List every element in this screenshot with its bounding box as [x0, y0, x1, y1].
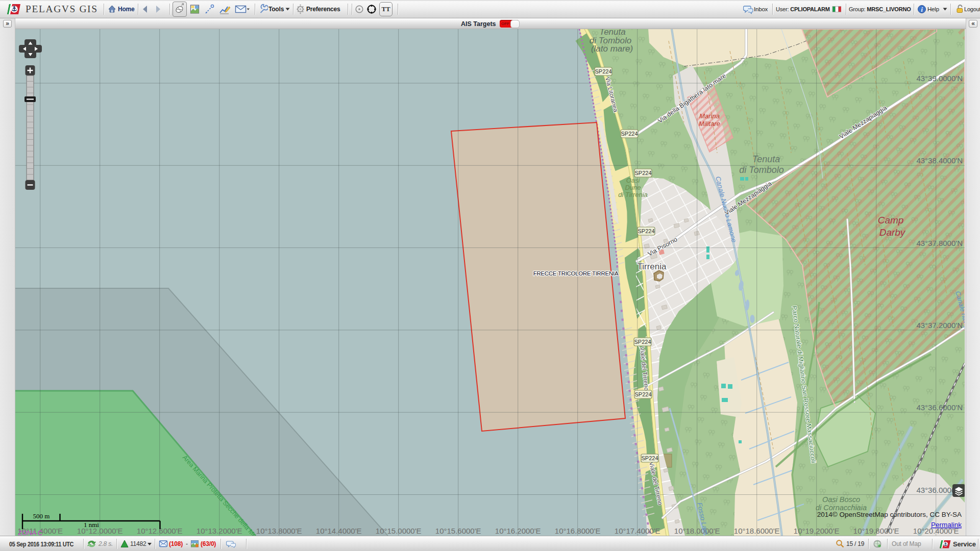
- svg-text:Oasi Bosco: Oasi Bosco: [822, 495, 860, 504]
- svg-text:SP224: SP224: [641, 455, 658, 461]
- svg-text:SP224: SP224: [638, 228, 654, 234]
- svg-text:Dune: Dune: [625, 184, 641, 191]
- svg-text:10°19.8000'E: 10°19.8000'E: [853, 527, 899, 535]
- svg-text:2014© OpenStreetMap contributo: 2014© OpenStreetMap contributors, CC BY-…: [817, 511, 962, 518]
- svg-text:43°39.0000'N: 43°39.0000'N: [916, 74, 963, 83]
- svg-text:43°37.2000'N: 43°37.2000'N: [916, 321, 963, 330]
- svg-text:10°18.6000'E: 10°18.6000'E: [734, 527, 780, 535]
- svg-text:FRECCE TRICOLORE TIRRENIA: FRECCE TRICOLORE TIRRENIA: [533, 270, 619, 277]
- svg-text:di Tirrenia: di Tirrenia: [618, 191, 648, 198]
- svg-text:SP224: SP224: [621, 131, 638, 137]
- svg-text:Tirrenia: Tirrenia: [638, 262, 667, 271]
- svg-text:10°13.8000'E: 10°13.8000'E: [256, 527, 302, 535]
- svg-text:10°19.2000'E: 10°19.2000'E: [794, 527, 840, 535]
- svg-text:43°38.4000'N: 43°38.4000'N: [916, 156, 963, 165]
- svg-text:43°37.8000'N: 43°37.8000'N: [916, 239, 963, 247]
- svg-text:10°16.2000'E: 10°16.2000'E: [495, 527, 541, 535]
- svg-text:ZONA C: ZONA C: [18, 529, 42, 536]
- svg-text:10°18.0000'E: 10°18.0000'E: [674, 527, 720, 535]
- svg-text:10°13.2000'E: 10°13.2000'E: [197, 527, 242, 535]
- svg-text:Tenuta: Tenuta: [752, 154, 780, 164]
- svg-text:1 nmi: 1 nmi: [84, 521, 99, 529]
- svg-text:Marina: Marina: [699, 112, 720, 120]
- svg-text:Militare: Militare: [699, 120, 720, 128]
- svg-text:SP224: SP224: [634, 170, 651, 176]
- svg-text:43°36.6000'N: 43°36.6000'N: [916, 403, 963, 412]
- svg-text:10°15.6000'E: 10°15.6000'E: [435, 527, 481, 535]
- svg-text:SP224: SP224: [634, 339, 651, 345]
- svg-text:10°15.0000'E: 10°15.0000'E: [376, 527, 422, 535]
- svg-text:10°14.4000'E: 10°14.4000'E: [316, 527, 362, 535]
- svg-text:SP224: SP224: [634, 391, 651, 397]
- svg-text:Permalink: Permalink: [931, 521, 962, 529]
- svg-text:10°17.4000'E: 10°17.4000'E: [615, 527, 660, 535]
- svg-text:10°16.8000'E: 10°16.8000'E: [555, 527, 601, 535]
- svg-text:Oasi: Oasi: [626, 177, 641, 184]
- svg-text:Darby: Darby: [879, 227, 906, 238]
- svg-text:SP224: SP224: [595, 68, 611, 74]
- svg-text:(lato mare): (lato mare): [591, 44, 633, 54]
- svg-text:di Tombolo: di Tombolo: [739, 165, 783, 175]
- svg-text:Camp: Camp: [878, 215, 904, 226]
- svg-text:500 m: 500 m: [33, 512, 50, 520]
